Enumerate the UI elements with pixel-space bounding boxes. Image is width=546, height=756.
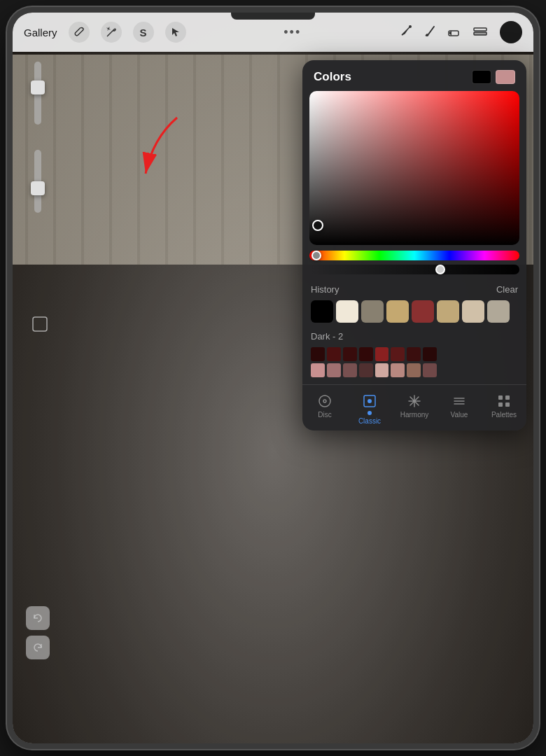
layers-button[interactable] <box>470 22 490 42</box>
history-section: History Clear <box>302 277 526 327</box>
tab-disc[interactable]: Disc <box>302 391 347 428</box>
history-swatch-1[interactable] <box>311 300 333 323</box>
history-colors <box>311 300 518 323</box>
panel-swatches <box>472 70 515 84</box>
palette-swatch-2[interactable] <box>327 347 341 361</box>
palette-swatch-7[interactable] <box>407 347 421 361</box>
hue-slider-thumb[interactable] <box>312 251 321 260</box>
svg-point-6 <box>319 396 330 407</box>
top-bar-center: ••• <box>197 25 388 40</box>
palette-swatch-1[interactable] <box>311 347 325 361</box>
screen: Gallery S <box>13 13 533 743</box>
palette-grid <box>311 347 437 377</box>
palette-swatch-5[interactable] <box>375 347 389 361</box>
svg-rect-11 <box>505 396 510 400</box>
color-swatch-button[interactable] <box>500 21 522 43</box>
smudge-button[interactable]: S <box>133 22 154 43</box>
tab-palettes-label: Palettes <box>491 411 517 419</box>
camera-notch <box>231 13 315 20</box>
history-swatch-7[interactable] <box>462 300 484 323</box>
magic-wand-button[interactable] <box>101 22 122 43</box>
palette-swatch-14[interactable] <box>391 363 405 377</box>
brush-size-slider[interactable] <box>34 62 41 125</box>
panel-header: Colors <box>302 60 526 91</box>
history-label: History <box>311 284 339 295</box>
tab-harmony-label: Harmony <box>400 411 429 419</box>
color-picker-handle[interactable] <box>312 220 323 231</box>
palette-swatch-16[interactable] <box>423 363 437 377</box>
palette-swatch-11[interactable] <box>343 363 357 377</box>
svg-rect-2 <box>474 28 486 31</box>
brush-tool-button[interactable] <box>423 24 437 41</box>
background-swatch[interactable] <box>496 70 515 84</box>
svg-rect-10 <box>498 396 503 400</box>
svg-rect-13 <box>505 402 510 407</box>
tab-palettes[interactable]: Palettes <box>482 391 526 428</box>
tab-harmony[interactable]: Harmony <box>392 391 437 428</box>
foreground-swatch[interactable] <box>472 70 491 84</box>
svg-point-7 <box>323 400 326 402</box>
palette-swatch-8[interactable] <box>423 347 437 361</box>
wrench-button[interactable] <box>69 22 90 43</box>
clear-history-button[interactable]: Clear <box>496 284 518 295</box>
svg-rect-3 <box>474 32 486 35</box>
history-swatch-3[interactable] <box>361 300 384 323</box>
svg-rect-12 <box>498 402 503 407</box>
svg-point-9 <box>368 399 372 403</box>
panel-title: Colors <box>314 70 351 84</box>
palette-label: Dark - 2 <box>311 331 518 342</box>
opacity-slider-thumb[interactable] <box>435 265 445 274</box>
cursor-button[interactable] <box>165 22 186 43</box>
tab-value-label: Value <box>451 411 468 419</box>
gallery-button[interactable]: Gallery <box>24 27 57 38</box>
color-picker-gradient[interactable] <box>309 91 519 245</box>
history-header: History Clear <box>311 284 518 295</box>
panel-tabs: Disc Classic Harmony <box>302 384 526 430</box>
history-swatch-2[interactable] <box>336 300 358 323</box>
history-swatch-4[interactable] <box>386 300 409 323</box>
palette-swatch-6[interactable] <box>391 347 405 361</box>
eraser-tool-button[interactable] <box>447 24 461 41</box>
more-options-button[interactable]: ••• <box>284 25 301 40</box>
tab-value[interactable]: Value <box>437 391 482 428</box>
left-sidebar <box>18 62 57 213</box>
tab-classic-indicator <box>368 411 372 415</box>
sidebar-bottom <box>18 606 57 659</box>
history-swatch-6[interactable] <box>437 300 459 323</box>
svg-rect-4 <box>33 317 47 331</box>
brush-size-thumb[interactable] <box>31 80 45 94</box>
palette-swatch-15[interactable] <box>407 363 421 377</box>
palette-section: Dark - 2 <box>302 327 526 384</box>
svg-point-0 <box>409 25 412 28</box>
history-swatch-5[interactable] <box>412 300 434 323</box>
selection-tool[interactable] <box>29 314 50 337</box>
opacity-slider[interactable] <box>34 150 41 213</box>
redo-button[interactable] <box>26 636 50 659</box>
palette-swatch-9[interactable] <box>311 363 325 377</box>
pen-tool-button[interactable] <box>399 24 413 41</box>
colors-panel: Colors History C <box>302 60 526 430</box>
tab-classic[interactable]: Classic <box>347 391 392 428</box>
palette-swatch-3[interactable] <box>343 347 357 361</box>
palette-swatch-10[interactable] <box>327 363 341 377</box>
top-bar-right <box>399 21 522 43</box>
palette-swatch-12[interactable] <box>359 363 373 377</box>
history-swatch-8[interactable] <box>487 300 510 323</box>
ipad-frame: Gallery S <box>7 7 539 749</box>
opacity-slider-panel[interactable] <box>309 265 519 274</box>
tab-disc-label: Disc <box>318 411 331 419</box>
tab-classic-label: Classic <box>358 417 381 425</box>
hue-slider[interactable] <box>309 251 519 260</box>
palette-swatch-13[interactable] <box>375 363 389 377</box>
opacity-thumb[interactable] <box>31 181 45 195</box>
palette-swatch-4[interactable] <box>359 347 373 361</box>
undo-button[interactable] <box>26 606 50 630</box>
